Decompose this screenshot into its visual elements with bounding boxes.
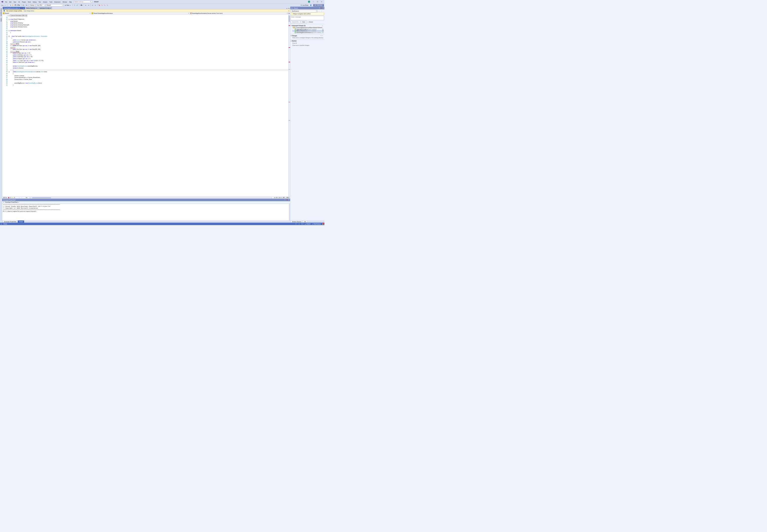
git-panel-pin[interactable]: 📌 (321, 7, 322, 9)
outgoing-commits[interactable]: ↑ 1 (298, 223, 300, 225)
git-panel-titlebar[interactable]: Git - ShareX ▾ 📌 ✕ (290, 7, 324, 9)
sync-status[interactable]: ⟳ (295, 223, 296, 225)
startup-project-combo[interactable]: ShareX (46, 4, 64, 6)
unmerged-file-row[interactable]: C#EasterEggAboutAnimation.cs [both modif… (292, 32, 324, 33)
repo-indicator[interactable]: ☁ ShareX (304, 223, 310, 225)
nav-class-combo[interactable]: ShareX.EasterEggAboutAnimation (91, 12, 190, 14)
bookmark-button[interactable]: 🔖 (98, 4, 100, 6)
fold-toggle[interactable]: + (9, 15, 10, 16)
nav-back-arrow[interactable]: ← (19, 197, 20, 198)
search-box[interactable]: 🔍 (74, 1, 92, 3)
notifications-button[interactable]: 🔔3 (322, 223, 323, 225)
line-indicator[interactable]: Ln: 53 (274, 197, 277, 198)
horizontal-scrollbar[interactable]: ◂ ▸ (29, 197, 272, 199)
image-tool-button[interactable]: 🖼▾ (80, 4, 83, 6)
save-button[interactable]: 💾 (14, 4, 17, 6)
nav-project-combo[interactable]: ShareX (2, 12, 91, 14)
user-avatar[interactable]: TG (308, 1, 310, 3)
undo-button[interactable]: ↶▾ (22, 4, 25, 6)
menu-file[interactable]: File (4, 1, 8, 3)
platform-combo[interactable]: Any CPU (36, 4, 45, 6)
zoom-combo[interactable]: 100 % (3, 197, 7, 198)
indent-less-button[interactable]: ⇤ (85, 4, 87, 6)
live-share-button[interactable]: Live Share (300, 4, 309, 6)
indent-more-button[interactable]: ⇥ (87, 4, 90, 6)
uncomment-button[interactable]: ≡ (94, 4, 96, 6)
comment-button[interactable]: ≡ (91, 4, 94, 6)
menu-analyze[interactable]: Analyze (42, 1, 48, 3)
menu-view[interactable]: View (13, 1, 17, 3)
menu-project[interactable]: Project (21, 1, 27, 3)
fold-toggle[interactable]: - (9, 19, 10, 20)
panel-pin-button[interactable]: 📌 (286, 199, 288, 201)
stashes-heading[interactable]: ▸Stashes (291, 40, 324, 42)
branch-indicator[interactable]: ⎇ NewFeature (312, 223, 321, 225)
open-merge-editor-link[interactable]: Open Merge Editor (24, 10, 34, 12)
close-tab-button[interactable]: ✕ (23, 7, 24, 9)
infobar-close-button[interactable]: ✕ (288, 10, 289, 12)
nav-back-button[interactable]: ◯◂ (1, 4, 4, 6)
eol-indicator[interactable]: CRLF (286, 197, 289, 198)
bookmark-next-button[interactable]: 🔖 (104, 4, 106, 6)
right-tab-git[interactable]: Git (303, 220, 307, 222)
terminal-dropdown[interactable]: ▾ (18, 202, 19, 203)
commit-message-input[interactable] (290, 16, 324, 20)
track-changes-button[interactable]: ✎▾ (26, 197, 27, 198)
col-indicator[interactable]: Ch: 9 (278, 197, 281, 198)
menu-build[interactable]: Build (27, 1, 32, 3)
right-tab-solution-explorer[interactable]: Solution Explorer (290, 220, 303, 222)
unmerged-file-row[interactable]: C#BalloonTipAction.cs [both modified]C (292, 30, 324, 32)
branch-selector[interactable]: NewFeature (291, 10, 317, 12)
fold-toggle[interactable]: - (9, 36, 10, 37)
bottom-tab-output[interactable]: Output (18, 220, 24, 222)
more-options-button[interactable]: ⋯ (322, 35, 323, 36)
bookmark-clear-button[interactable]: 🔖 (106, 4, 109, 6)
pending-changes[interactable]: ✎ 3 (301, 223, 303, 225)
repo-path-row[interactable]: ▿ C:\Users\tagherfa\Source\Repos\ShareX\… (292, 27, 324, 28)
browser-link-button[interactable]: 🔗 (76, 4, 78, 6)
save-all-button[interactable]: 💾⧉ (17, 4, 20, 6)
vertical-scrollbar[interactable] (288, 15, 290, 197)
menu-git[interactable]: Git (17, 1, 21, 3)
tab-options-button[interactable]: ⚙ (288, 8, 289, 9)
abort-button[interactable]: Abort (301, 21, 306, 23)
redo-button[interactable]: ↷▾ (25, 4, 28, 6)
error-icon[interactable]: ✕ (8, 197, 9, 198)
doc-tab[interactable]: EasterEggAboutAnimation.cs📌✕ (3, 7, 25, 9)
menu-test[interactable]: Test (37, 1, 42, 3)
nav-member-combo[interactable]: ◧EasterEggAboutAnimation(Canvas canvas, … (189, 12, 288, 14)
menu-tools[interactable]: Tools (48, 1, 53, 3)
hscroll-thumb[interactable] (32, 197, 51, 198)
amend-checkbox[interactable]: Amend (307, 21, 313, 23)
more-options-button[interactable]: ⋯ (322, 25, 323, 26)
pin-icon[interactable]: 📌 (21, 8, 22, 9)
doc-tab[interactable]: ApplicationConfig.cs (38, 7, 52, 9)
scrollbar-thumb[interactable] (288, 16, 290, 22)
step-over-button[interactable]: ⤵ (73, 4, 76, 6)
split-editor-button[interactable]: ✚ (288, 12, 290, 14)
powershell-terminal[interactable]: ****************************************… (2, 204, 290, 220)
acive-files-dropdown[interactable]: ▾ (286, 8, 288, 9)
unmerged-file-row[interactable]: C#ApplicationConfig.cs [both modified]C (292, 28, 324, 30)
menu-window[interactable]: Window (62, 1, 68, 3)
menu-debug[interactable]: Debug (32, 1, 37, 3)
fetch-button[interactable]: ↓ (319, 10, 320, 12)
panel-dropdown-button[interactable]: ▾ (284, 199, 286, 201)
feedback-button[interactable]: 👤 (309, 4, 312, 6)
minimize-button[interactable]: — (311, 0, 315, 3)
hscroll-left[interactable]: ◂ (29, 197, 31, 199)
fold-toggle[interactable]: - (9, 71, 10, 72)
push-button[interactable]: ↑ (322, 10, 324, 12)
solution-config-combo[interactable]: Debug (29, 4, 35, 6)
rail-tab-toolbox[interactable]: Toolbox (0, 17, 2, 23)
nav-fwd-arrow[interactable]: → (21, 197, 22, 198)
new-project-button[interactable]: 📄▾ (8, 4, 11, 6)
fold-toggle[interactable]: - (9, 30, 10, 31)
unmerged-heading[interactable]: ▿Unmerged Changes (3) ⋯ (291, 25, 324, 27)
maximize-button[interactable]: ☐ (315, 0, 320, 3)
hscroll-right[interactable]: ▸ (270, 197, 272, 199)
bookmark-prev-button[interactable]: 🔖 (101, 4, 103, 6)
doc-tab[interactable]: BalloonTipAction.cs (25, 7, 38, 9)
panel-close-button[interactable]: ✕ (288, 199, 289, 201)
menu-edit[interactable]: Edit (8, 1, 13, 3)
